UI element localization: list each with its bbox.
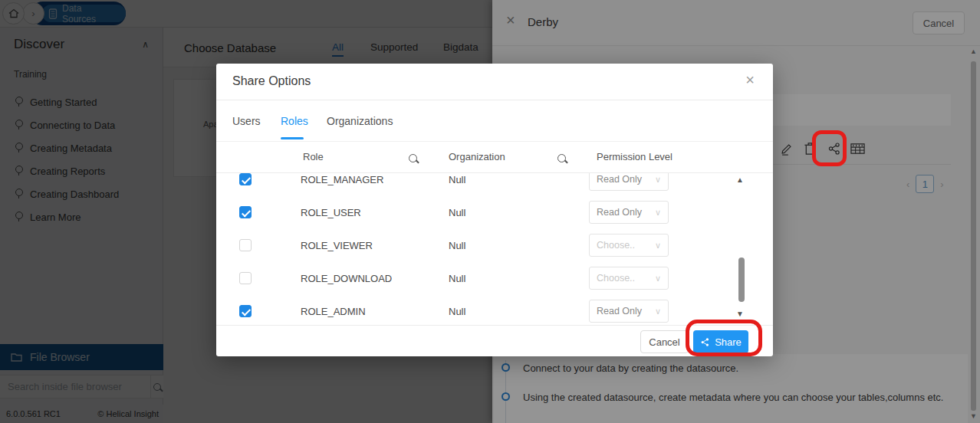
row-checkbox[interactable]	[239, 239, 252, 251]
permission-dropdown[interactable]: Read Only∨	[589, 173, 669, 191]
modal-title: Share Options	[232, 74, 311, 88]
row-checkbox[interactable]	[239, 206, 252, 218]
tab-roles[interactable]: Roles	[281, 115, 308, 127]
role-name: ROLE_ADMIN	[301, 306, 366, 317]
column-header-role: Role	[303, 151, 324, 162]
row-checkbox[interactable]	[239, 305, 252, 317]
annotation-share-icon-highlight	[812, 130, 847, 166]
role-name: ROLE_VIEWER	[301, 240, 373, 251]
permission-dropdown[interactable]: Choose..∨	[589, 267, 669, 290]
chevron-down-icon: ∨	[655, 241, 661, 251]
chevron-down-icon: ∨	[655, 274, 661, 284]
tab-organizations[interactable]: Organizations	[327, 115, 393, 127]
organization-value: Null	[449, 306, 465, 317]
modal-scrollbar[interactable]: ▲ ▼	[733, 173, 748, 325]
permission-value: Read Only	[597, 174, 642, 185]
table-row: ROLE_DOWNLOAD Null Choose..∨	[216, 262, 773, 295]
role-name: ROLE_USER	[301, 207, 361, 218]
scrollbar-thumb[interactable]	[738, 257, 745, 302]
organization-value: Null	[449, 174, 465, 185]
permission-value: Choose..	[597, 240, 635, 251]
share-options-modal: Share Options × Users Roles Organization…	[216, 64, 773, 356]
chevron-down-icon: ∨	[655, 175, 661, 185]
permission-dropdown[interactable]: Choose..∨	[589, 234, 669, 257]
role-name: ROLE_DOWNLOAD	[301, 273, 392, 284]
table-row: ROLE_USER Null Read Only∨	[216, 196, 773, 229]
permission-dropdown[interactable]: Read Only∨	[589, 201, 669, 224]
cancel-button[interactable]: Cancel	[640, 330, 689, 353]
scroll-up-icon[interactable]: ▲	[736, 175, 744, 184]
chevron-down-icon: ∨	[655, 208, 661, 218]
tab-users[interactable]: Users	[232, 115, 261, 127]
column-header-organization: Organization	[449, 151, 505, 162]
permission-value: Read Only	[597, 306, 642, 316]
divider	[216, 141, 773, 142]
organization-value: Null	[449, 273, 465, 284]
scroll-down-icon[interactable]: ▼	[736, 310, 744, 318]
role-name: ROLE_MANAGER	[301, 174, 383, 185]
table-row: ROLE_VIEWER Null Choose..∨	[216, 229, 773, 262]
search-icon	[409, 154, 417, 162]
organization-value: Null	[449, 207, 465, 218]
divider	[216, 100, 773, 100]
table-row: ROLE_ADMIN Null Read Only∨	[216, 295, 773, 325]
roles-table: ROLE_MANAGER Null Read Only∨ ROLE_USER N…	[216, 173, 773, 325]
organization-search-button[interactable]	[557, 152, 566, 166]
role-search-button[interactable]	[409, 152, 417, 166]
table-row: ROLE_MANAGER Null Read Only∨	[216, 173, 773, 196]
permission-value: Read Only	[597, 207, 642, 218]
organization-value: Null	[449, 240, 465, 251]
annotation-share-button-highlight	[686, 320, 762, 356]
active-tab-underline	[281, 137, 304, 139]
column-header-permission: Permission Level	[597, 151, 673, 162]
row-checkbox[interactable]	[239, 272, 252, 284]
search-icon	[557, 154, 566, 162]
permission-value: Choose..	[597, 273, 635, 284]
close-icon[interactable]: ×	[745, 72, 755, 87]
chevron-down-icon: ∨	[655, 307, 661, 316]
permission-dropdown[interactable]: Read Only∨	[589, 300, 669, 323]
row-checkbox[interactable]	[239, 173, 252, 185]
